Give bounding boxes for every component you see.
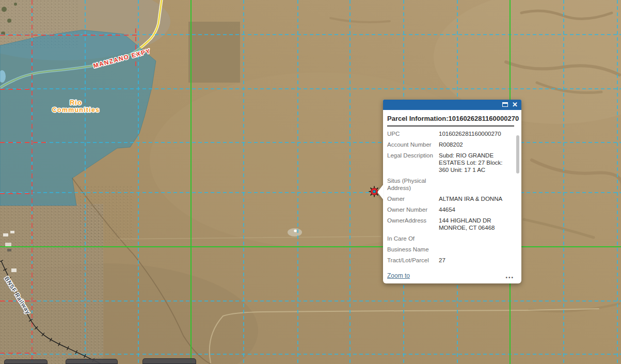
- popup-scrollbar[interactable]: [516, 135, 519, 173]
- popup-title: Parcel Information:1016026281160000270: [387, 115, 514, 122]
- field-value: [439, 235, 513, 242]
- maximize-icon[interactable]: [502, 102, 508, 107]
- field-label: Owner Number: [387, 206, 435, 213]
- field-label: Situs (Physical Address): [387, 177, 435, 192]
- parcel-info-popup: ✕ Parcel Information:1016026281160000270…: [383, 100, 521, 283]
- close-icon[interactable]: ✕: [512, 100, 518, 109]
- overflow-menu-icon[interactable]: •••: [505, 275, 514, 280]
- field-value: 27: [439, 257, 513, 264]
- popup-footer: Zoom to •••: [383, 270, 521, 283]
- field-label: Tract/Lot/Parcel: [387, 257, 435, 264]
- field-label: UPC: [387, 130, 435, 137]
- popup-content: UPC 1016026281160000270 Account Number R…: [383, 126, 521, 272]
- field-tract-lot-parcel: Tract/Lot/Parcel 27: [387, 257, 513, 264]
- field-label: Owner: [387, 195, 435, 202]
- field-value: [439, 246, 513, 253]
- field-value: 1016026281160000270: [439, 130, 513, 137]
- field-value: [439, 177, 513, 192]
- field-label: Legal Description: [387, 152, 435, 173]
- field-label: Account Number: [387, 141, 435, 148]
- field-owner: Owner ALTMAN IRA & DONNA: [387, 195, 513, 202]
- bottom-bar-button[interactable]: [66, 359, 118, 364]
- map-application: MANZANO EXPY Rio Communities BNSF Railwa…: [0, 0, 621, 364]
- map-canvas[interactable]: MANZANO EXPY Rio Communities BNSF Railwa…: [0, 0, 621, 364]
- field-value: R008202: [439, 141, 513, 148]
- field-upc: UPC 1016026281160000270: [387, 130, 513, 137]
- field-owner-address: OwnerAddress 144 HIGHLAND DR MONROE, CT …: [387, 217, 513, 231]
- field-owner-number: Owner Number 44654: [387, 206, 513, 213]
- field-situs-address: Situs (Physical Address): [387, 177, 513, 192]
- rio-communities-label-line1: Rio: [70, 99, 82, 106]
- field-value: ALTMAN IRA & DONNA: [439, 195, 513, 202]
- field-account-number: Account Number R008202: [387, 141, 513, 148]
- popup-anchor-pointer: [377, 185, 383, 199]
- bottom-bar-button[interactable]: [142, 358, 196, 364]
- field-in-care-of: In Care Of: [387, 235, 513, 242]
- field-legal-description: Legal Description Subd: RIO GRANDE ESTAT…: [387, 152, 513, 173]
- field-business-name: Business Name: [387, 246, 513, 253]
- field-value: 144 HIGHLAND DR MONROE, CT 06468: [439, 217, 513, 231]
- field-label: In Care Of: [387, 235, 435, 242]
- field-label: OwnerAddress: [387, 217, 435, 231]
- field-label: Business Name: [387, 246, 435, 253]
- bottom-bar-button[interactable]: [4, 359, 47, 364]
- field-value: 44654: [439, 206, 513, 213]
- popup-header[interactable]: ✕: [383, 100, 521, 110]
- field-value: Subd: RIO GRANDE ESTATES Lot: 27 Block: …: [439, 152, 513, 173]
- zoom-to-link[interactable]: Zoom to: [387, 272, 410, 279]
- rio-communities-label-line2: Communities: [52, 106, 100, 114]
